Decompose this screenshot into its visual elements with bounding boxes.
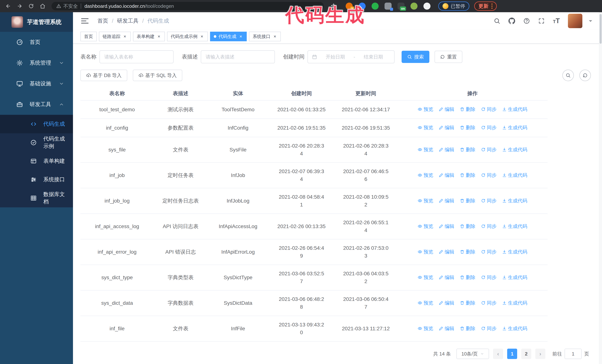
- update-button[interactable]: 更新: [474, 1, 497, 11]
- sidebar-item-基础设施[interactable]: 基础设施: [0, 73, 73, 94]
- browser-extension-green-monkey-icon[interactable]: [410, 3, 418, 10]
- tab-首页[interactable]: 首页: [80, 32, 97, 41]
- security-label[interactable]: 不安全: [63, 3, 78, 10]
- 删除-link[interactable]: 删除: [460, 124, 475, 131]
- 同步-link[interactable]: 同步: [481, 105, 497, 113]
- sidebar-item-表单构建[interactable]: 表单构建: [0, 152, 73, 170]
- 预览-link[interactable]: 预览: [418, 248, 433, 256]
- scrollbar[interactable]: [599, 12, 602, 364]
- search-button[interactable]: 搜索: [402, 51, 429, 63]
- 预览-link[interactable]: 预览: [418, 222, 433, 230]
- generate-code-link[interactable]: 生成代码: [502, 105, 527, 113]
- 编辑-link[interactable]: 编辑: [439, 105, 454, 113]
- 编辑-link[interactable]: 编辑: [439, 222, 454, 230]
- 同步-link[interactable]: 同步: [481, 273, 497, 281]
- page-button-2[interactable]: 2: [521, 349, 531, 359]
- 删除-link[interactable]: 删除: [460, 105, 475, 113]
- bookmark-star-icon[interactable]: [331, 3, 337, 9]
- toggle-search-button[interactable]: [562, 70, 574, 81]
- tab-系统接口[interactable]: 系统接口×: [249, 32, 281, 41]
- app-logo-area[interactable]: 芋道管理系统: [0, 12, 73, 32]
- breadcrumb-devtools[interactable]: 研发工具: [117, 17, 139, 25]
- prev-page-button[interactable]: ‹: [493, 349, 503, 359]
- next-page-button[interactable]: ›: [535, 349, 545, 359]
- 编辑-link[interactable]: 编辑: [439, 171, 454, 179]
- 同步-link[interactable]: 同步: [481, 222, 497, 230]
- 删除-link[interactable]: 删除: [460, 324, 475, 332]
- 同步-link[interactable]: 同步: [481, 324, 497, 332]
- sidebar-item-研发工具[interactable]: 研发工具: [0, 94, 73, 115]
- sidebar-item-数据库文档[interactable]: 数据库文档: [0, 189, 73, 207]
- generate-code-link[interactable]: 生成代码: [502, 324, 527, 332]
- end-date-placeholder[interactable]: 结束日期: [356, 54, 390, 60]
- paused-badge[interactable]: 已暂停: [438, 1, 469, 11]
- 同步-link[interactable]: 同步: [481, 146, 497, 154]
- generate-code-link[interactable]: 生成代码: [502, 248, 527, 256]
- close-icon[interactable]: ×: [157, 34, 161, 39]
- scrollbar-thumb[interactable]: [600, 14, 602, 44]
- 删除-link[interactable]: 删除: [460, 197, 475, 205]
- 删除-link[interactable]: 删除: [460, 273, 475, 281]
- generate-code-link[interactable]: 生成代码: [502, 197, 527, 205]
- table-desc-input[interactable]: [201, 50, 275, 63]
- 编辑-link[interactable]: 编辑: [439, 124, 454, 131]
- 同步-link[interactable]: 同步: [481, 299, 497, 307]
- browser-back-button[interactable]: [4, 2, 13, 10]
- 编辑-link[interactable]: 编辑: [439, 299, 454, 307]
- close-icon[interactable]: ×: [123, 34, 127, 39]
- fullscreen-icon[interactable]: [538, 18, 545, 24]
- page-size-select[interactable]: 10条/页: [456, 349, 489, 359]
- reset-button[interactable]: 重置: [435, 51, 462, 63]
- browser-extension-green-circle-icon[interactable]: [372, 3, 379, 10]
- avatar[interactable]: [568, 14, 582, 28]
- 同步-link[interactable]: 同步: [481, 197, 497, 205]
- close-icon[interactable]: ×: [273, 34, 277, 39]
- 编辑-link[interactable]: 编辑: [439, 324, 454, 332]
- 编辑-link[interactable]: 编辑: [439, 197, 454, 205]
- browser-extension-white-icon[interactable]: [423, 3, 430, 10]
- header-search-icon[interactable]: [494, 18, 500, 24]
- goto-page-input[interactable]: [565, 349, 582, 359]
- sidebar-item-代码生成示例[interactable]: 代码生成示例: [0, 133, 73, 152]
- generate-code-link[interactable]: 生成代码: [502, 222, 527, 230]
- sidebar-item-系统接口[interactable]: 系统接口: [0, 170, 73, 189]
- 删除-link[interactable]: 删除: [460, 171, 475, 179]
- sidebar-item-首页[interactable]: 首页: [0, 32, 73, 52]
- browser-extension-orange-icon[interactable]: 1: [346, 3, 353, 10]
- import-db-button[interactable]: 基于 DB 导入: [80, 70, 127, 81]
- help-icon[interactable]: [523, 18, 530, 24]
- date-range-picker[interactable]: 开始日期 - 结束日期: [308, 50, 395, 63]
- address-bar[interactable]: 不安全 dashboard.yudao.iocoder.cn /tool/cod…: [52, 2, 324, 10]
- 预览-link[interactable]: 预览: [418, 146, 433, 154]
- 编辑-link[interactable]: 编辑: [439, 146, 454, 154]
- generate-code-link[interactable]: 生成代码: [502, 273, 527, 281]
- browser-forward-button[interactable]: [15, 2, 24, 10]
- 同步-link[interactable]: 同步: [481, 124, 497, 131]
- tab-链路追踪[interactable]: 链路追踪×: [99, 32, 131, 41]
- generate-code-link[interactable]: 生成代码: [502, 299, 527, 307]
- import-sql-button[interactable]: 基于 SQL 导入: [133, 70, 183, 81]
- sidebar-item-代码生成[interactable]: 代码生成: [0, 115, 73, 133]
- 删除-link[interactable]: 删除: [460, 222, 475, 230]
- table-name-input[interactable]: [99, 50, 173, 63]
- start-date-placeholder[interactable]: 开始日期: [319, 54, 352, 60]
- avatar-caret-icon[interactable]: [587, 18, 594, 24]
- browser-reload-button[interactable]: [27, 2, 36, 10]
- browser-extension-dark-icon[interactable]: on: [398, 3, 405, 10]
- github-icon[interactable]: [508, 18, 515, 24]
- page-button-1[interactable]: 1: [507, 349, 517, 359]
- browser-home-button[interactable]: [38, 2, 47, 10]
- 预览-link[interactable]: 预览: [418, 105, 433, 113]
- generate-code-link[interactable]: 生成代码: [502, 124, 527, 131]
- font-size-icon[interactable]: TT: [553, 17, 560, 25]
- sidebar-item-系统管理[interactable]: 系统管理: [0, 52, 73, 73]
- 删除-link[interactable]: 删除: [460, 146, 475, 154]
- close-icon[interactable]: ×: [239, 34, 243, 39]
- tab-代码生成[interactable]: 代码生成×: [210, 32, 247, 41]
- 编辑-link[interactable]: 编辑: [439, 273, 454, 281]
- 预览-link[interactable]: 预览: [418, 124, 433, 131]
- 删除-link[interactable]: 删除: [460, 299, 475, 307]
- hamburger-icon[interactable]: [81, 18, 88, 23]
- tab-表单构建[interactable]: 表单构建×: [133, 32, 165, 41]
- more-menu-icon[interactable]: [491, 3, 493, 9]
